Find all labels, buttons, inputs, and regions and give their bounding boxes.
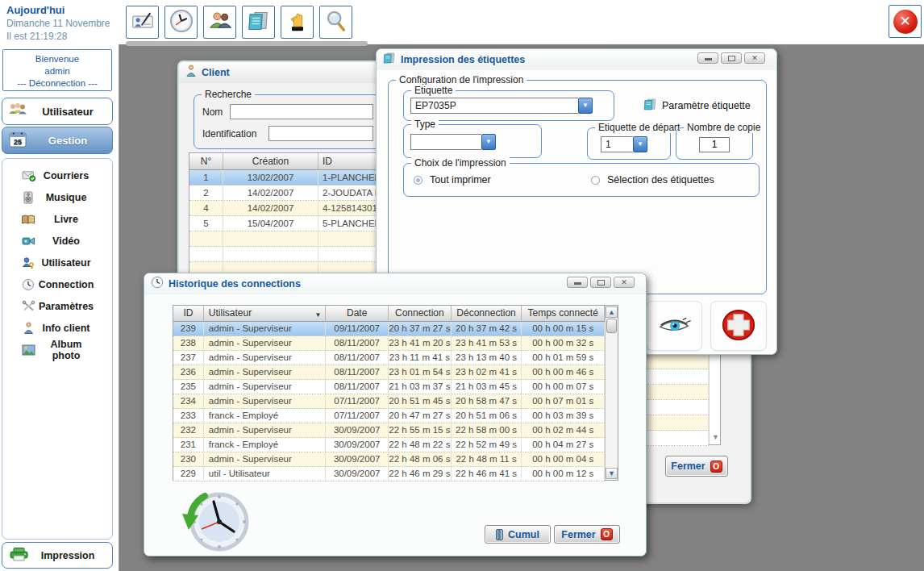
notes-icon-button[interactable] xyxy=(242,6,275,39)
radio-unselected-icon[interactable] xyxy=(591,176,600,185)
radio-tout-imprimer[interactable]: Tout imprimer xyxy=(414,174,491,185)
table-row[interactable]: 239admin - Superviseur09/11/200720 h 37 … xyxy=(173,322,605,336)
labels-small-icon xyxy=(643,98,657,114)
etiquette-group-title: Etiquette xyxy=(411,85,456,96)
power-off-icon: O xyxy=(601,528,613,540)
sidebar-section-utilisateur[interactable]: Utilisateur xyxy=(2,98,113,125)
minimize-button[interactable] xyxy=(567,277,588,288)
deconnection-link[interactable]: --- Déconnection --- xyxy=(3,77,111,90)
scroll-thumb[interactable] xyxy=(606,319,617,333)
close-button[interactable]: ✕ xyxy=(614,277,635,288)
history-titlebar[interactable]: Historique des connections ✕ xyxy=(144,273,646,294)
column-header[interactable]: Date xyxy=(326,306,389,321)
app-close-button[interactable]: ✕ xyxy=(889,5,922,38)
speaker-icon xyxy=(20,191,36,204)
impression-window-title: Impression des étiquettes xyxy=(401,54,525,65)
signature-pad-icon xyxy=(131,10,154,35)
hand-icon-button[interactable] xyxy=(281,6,314,39)
cell: 15/04/2007 xyxy=(223,216,318,231)
maximize-button[interactable] xyxy=(721,52,742,64)
table-row[interactable]: 237admin - Superviseur08/11/200723 h 11 … xyxy=(173,351,605,365)
users-icon-button[interactable] xyxy=(203,6,236,39)
preview-eye-button[interactable] xyxy=(646,301,702,351)
table-row[interactable]: 231franck - Employé30/09/200722 h 48 m 2… xyxy=(173,438,605,452)
search-icon-button[interactable] xyxy=(319,6,352,39)
cell: admin - Superviseur xyxy=(204,351,326,365)
parametre-etiquette-button[interactable]: Paramètre étiquette xyxy=(639,97,755,115)
history-clock-icon xyxy=(151,276,164,292)
sidebar-section-gestion[interactable]: 25 Gestion xyxy=(2,127,113,154)
cell: 20 h 37 m 42 s xyxy=(452,322,522,336)
table-row[interactable]: 233franck - Employé07/11/200720 h 47 m 2… xyxy=(173,409,605,423)
sidebar-item-musique[interactable]: Musique xyxy=(2,186,112,208)
identification-input[interactable] xyxy=(268,126,373,141)
config-group-title: Configuration de l'impression xyxy=(396,74,527,85)
table-row[interactable]: 238admin - Superviseur08/11/200723 h 41 … xyxy=(173,336,605,351)
scroll-down-icon[interactable]: ▼ xyxy=(710,432,722,444)
time-label: Il est 21:19:28 xyxy=(6,31,110,42)
column-header[interactable]: N° xyxy=(189,153,223,169)
sidebar-item-impression[interactable]: Impression xyxy=(2,542,113,569)
depart-value[interactable]: 1 xyxy=(601,136,633,152)
sidebar-item-courriers[interactable]: Courriers xyxy=(2,165,112,186)
sidebar-item-livre[interactable]: Livre xyxy=(2,208,112,230)
cell: 235 xyxy=(173,380,204,394)
sidebar-item-video[interactable]: Vidéo xyxy=(2,230,112,252)
minimize-button[interactable] xyxy=(697,52,718,64)
sidebar-item-parametres[interactable]: Paramètres xyxy=(2,295,112,317)
table-row[interactable]: 229util - Utilisateur30/09/200722 h 46 m… xyxy=(173,467,605,481)
sidebar-item-connection[interactable]: Connection xyxy=(2,273,112,295)
type-value[interactable] xyxy=(410,134,481,150)
clock-icon-button[interactable] xyxy=(164,6,198,39)
cell: 00 h 00 m 15 s xyxy=(522,322,605,336)
column-header[interactable]: ID xyxy=(173,306,204,321)
table-row[interactable]: 232admin - Superviseur30/09/200722 h 55 … xyxy=(173,423,605,438)
cell: 00 h 00 m 12 s xyxy=(522,467,605,481)
impression-titlebar[interactable]: Impression des étiquettes ✕ xyxy=(377,49,776,70)
etiquette-value[interactable]: EP7035P xyxy=(410,98,578,114)
sidebar-item-album-photo[interactable]: Album photo xyxy=(2,339,112,361)
depart-combobox[interactable]: 1 ▼ xyxy=(601,136,647,152)
type-group: Type ▼ xyxy=(403,124,542,158)
cell: 20 h 47 m 27 s xyxy=(389,409,452,423)
table-row[interactable]: 230admin - Superviseur30/09/200722 h 48 … xyxy=(173,452,605,467)
copies-input[interactable]: 1 xyxy=(699,137,730,152)
dropdown-arrow-icon[interactable]: ▼ xyxy=(633,136,647,152)
maximize-button[interactable] xyxy=(590,277,611,288)
etiquette-combobox[interactable]: EP7035P ▼ xyxy=(410,98,593,114)
radio-selected-icon[interactable] xyxy=(414,176,422,185)
close-button[interactable]: ✕ xyxy=(744,52,765,64)
dropdown-arrow-icon[interactable]: ▼ xyxy=(578,98,593,114)
close-icon: ✕ xyxy=(751,54,758,62)
table-row[interactable]: 236admin - Superviseur08/11/200723 h 01 … xyxy=(173,365,605,380)
client-fermer-button[interactable]: Fermer O xyxy=(665,456,728,477)
radio-selection-etiquettes[interactable]: Sélection des étiquettes xyxy=(591,174,714,185)
scroll-down-icon[interactable]: ▼ xyxy=(606,468,618,479)
cell: 21 h 03 m 45 s xyxy=(452,380,522,394)
cell: admin - Superviseur xyxy=(204,380,326,394)
welcome-box[interactable]: Bienvenue admin --- Déconnection --- xyxy=(2,49,112,91)
type-combobox[interactable]: ▼ xyxy=(410,134,496,150)
column-header[interactable]: Temps connecté xyxy=(522,306,605,321)
column-header[interactable]: Connection xyxy=(389,306,452,321)
history-fermer-button[interactable]: Fermer O xyxy=(554,525,620,544)
application-window: Aujourd'hui Dimanche 11 Novembre Il est … xyxy=(0,0,924,571)
cell: 22 h 48 m 22 s xyxy=(389,438,452,452)
cumul-button[interactable]: Cumul xyxy=(485,525,551,544)
dropdown-arrow-icon[interactable]: ▼ xyxy=(481,134,496,150)
column-header[interactable]: Utilisateur▼ xyxy=(204,306,326,321)
table-row[interactable]: 235admin - Superviseur08/11/200721 h 03 … xyxy=(173,380,605,394)
column-header[interactable]: Déconnection xyxy=(452,306,522,321)
cell: 30/09/2007 xyxy=(326,438,389,452)
column-header[interactable]: Création xyxy=(223,153,318,169)
nom-input[interactable] xyxy=(230,104,373,119)
history-table-scrollbar[interactable]: ▲ ▼ xyxy=(605,306,618,480)
table-row[interactable]: 234admin - Superviseur07/11/200720 h 51 … xyxy=(173,394,605,409)
add-red-cross-button[interactable] xyxy=(710,301,767,351)
signature-pad-icon-button[interactable] xyxy=(126,6,159,39)
scroll-up-icon[interactable]: ▲ xyxy=(606,306,618,318)
red-cross-icon xyxy=(719,306,758,347)
sidebar-item-info-client[interactable]: Info client xyxy=(2,317,112,339)
sidebar-item-utilisateur[interactable]: Utilisateur xyxy=(2,252,112,273)
cell: 09/11/2007 xyxy=(326,322,389,336)
